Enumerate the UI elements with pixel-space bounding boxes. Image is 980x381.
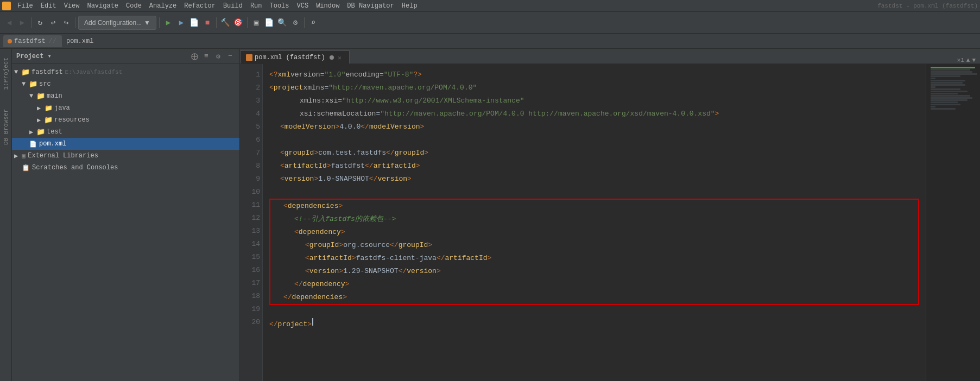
toolbar-separator-4: [216, 17, 217, 28]
menu-file[interactable]: File: [14, 1, 36, 11]
minimap-line-11: [931, 88, 960, 90]
menu-edit[interactable]: Edit: [37, 1, 60, 11]
editor-area: pom.xml (fastdfst) ✕ ✕1 ▲ ▼ 1 2 3 4 5 6: [240, 49, 980, 381]
minimap-line-15: [931, 97, 972, 99]
menu-build[interactable]: Build: [220, 1, 246, 11]
minimap-line-8: [931, 82, 963, 84]
menu-code[interactable]: Code: [123, 1, 145, 11]
add-configuration-button[interactable]: Add Configuration... ▼: [78, 16, 156, 30]
project-panel-close-icon[interactable]: −: [225, 52, 235, 61]
hammer-button[interactable]: 🔨: [219, 17, 231, 29]
menu-navigate[interactable]: Navigate: [84, 1, 122, 11]
code-line-13: <dependency>: [273, 226, 916, 239]
code-line-7: <groupId>com.test.fastdfs</groupId>: [269, 147, 919, 160]
tree-item-test[interactable]: ▶ 📁 test: [12, 126, 239, 138]
code-area[interactable]: <?xml version="1.0" encoding="UTF-8"?> <…: [263, 64, 926, 381]
code-line-16: <version>1.29-SNAPSHOT</version>: [273, 265, 916, 278]
line-col-indicator: ✕1: [957, 56, 964, 63]
project-panel-header: Project ▾ ⨁ ≡ ⚙ −: [12, 49, 239, 64]
project-tab-pom[interactable]: pom.xml: [62, 35, 98, 47]
editor-tab-pom-xml[interactable]: pom.xml (fastdfst) ✕: [240, 50, 350, 63]
down-arrow[interactable]: ▼: [972, 57, 976, 63]
tree-item-resources[interactable]: ▶ 📁 resources: [12, 114, 239, 126]
forward-button[interactable]: ▶: [16, 17, 28, 29]
tree-item-java[interactable]: ▶ 📁 java: [12, 102, 239, 114]
undo-button[interactable]: ↩: [47, 17, 59, 29]
minimap-line-12: [931, 91, 968, 92]
tree-item-src[interactable]: ▼ 📁 src: [12, 78, 239, 90]
toolbar-separator-6: [304, 17, 305, 28]
menu-refactor[interactable]: Refactor: [181, 1, 219, 11]
menu-view[interactable]: View: [61, 1, 83, 11]
menu-tools[interactable]: Tools: [267, 1, 293, 11]
code-line-10: [269, 186, 919, 199]
stop-button[interactable]: ■: [201, 17, 213, 29]
run-button[interactable]: ▶: [162, 17, 174, 29]
tree-arrow-ext-libs: ▶: [14, 152, 22, 160]
strip-project-label[interactable]: 1:Project: [1, 53, 11, 94]
menu-db-navigator[interactable]: DB Navigator: [344, 1, 397, 11]
minimap-line-10: [931, 86, 935, 88]
target-button[interactable]: 🎯: [232, 17, 244, 29]
minimap-line-3: [931, 71, 972, 73]
menu-vcs[interactable]: VCS: [294, 1, 312, 11]
minimap-line-6: [931, 78, 935, 79]
project-panel-collapse-icon[interactable]: ≡: [201, 52, 211, 61]
menu-window[interactable]: Window: [313, 1, 343, 11]
folder-fastdfst-icon: 📁: [22, 68, 29, 76]
project-panel-settings-icon[interactable]: ⚙: [213, 52, 223, 61]
tree-item-external-libraries[interactable]: ▶ ▣ External Libraries: [12, 150, 239, 162]
menu-help[interactable]: Help: [399, 1, 421, 11]
translate-button[interactable]: ⌕: [307, 17, 319, 29]
code-line-17: </dependency>: [273, 278, 916, 291]
line-numbers: 1 2 3 4 5 6 7 8 9 10 11 12 13 14 15 16 1…: [240, 64, 263, 381]
code-line-3: xmlns:xsi="http://www.w3.org/2001/XMLSch…: [269, 94, 919, 107]
tree-label-scratches: Scratches and Consoles: [32, 164, 118, 172]
folder-resources-icon: 📁: [45, 116, 52, 124]
strip-db-browser-label[interactable]: DB Browser: [1, 105, 11, 149]
debug-button[interactable]: ▶: [175, 17, 187, 29]
tree-item-scratches[interactable]: 📋 Scratches and Consoles: [12, 162, 239, 174]
terminal-button[interactable]: ▣: [250, 17, 262, 29]
folder-test-icon: 📁: [37, 128, 45, 136]
db-button[interactable]: 📄: [263, 17, 275, 29]
up-arrow[interactable]: ▲: [966, 57, 970, 63]
tab-modified-indicator: [8, 39, 12, 43]
project-tab-fastdfst[interactable]: fastdfst //: [3, 35, 62, 47]
project-panel-title: Project ▾: [16, 52, 187, 60]
tab-close-button[interactable]: ✕: [336, 54, 344, 61]
project-panel-target-icon[interactable]: ⨁: [189, 52, 199, 61]
back-button[interactable]: ◀: [3, 17, 15, 29]
code-line-8: <artifactId>fastdfst</artifactId>: [269, 160, 919, 173]
redo-button[interactable]: ↪: [60, 17, 72, 29]
menu-bar: File Edit View Navigate Code Analyze Ref…: [0, 0, 980, 12]
minimap-line-5: [931, 75, 960, 77]
code-line-20: </project>: [269, 318, 919, 331]
project-tab-bar: fastdfst // pom.xml: [0, 34, 980, 49]
editor-content: 1 2 3 4 5 6 7 8 9 10 11 12 13 14 15 16 1…: [240, 64, 980, 381]
folder-main-icon: 📁: [37, 92, 45, 100]
scratches-icon: 📋: [22, 164, 30, 172]
red-border-block: <dependencies> <!--引入fastdfs的依赖包--> <dep…: [269, 199, 919, 305]
sync-button[interactable]: ↻: [34, 17, 46, 29]
code-line-18: </dependencies>: [273, 291, 916, 304]
tree-item-main[interactable]: ▼ 📁 main: [12, 90, 239, 102]
tree-label-java: java: [54, 104, 70, 112]
search-everywhere-button[interactable]: 🔍: [276, 17, 288, 29]
tab-xml-icon: [246, 54, 252, 61]
menu-analyze[interactable]: Analyze: [146, 1, 180, 11]
toolbar-separator-2: [75, 17, 75, 28]
tree-label-test: test: [47, 128, 62, 136]
tab-modified-dot: [330, 55, 334, 60]
settings-button[interactable]: ⚙: [289, 17, 301, 29]
tree-item-fastdfst[interactable]: ▼ 📁 fastdfst E:\Java\fastdfst: [12, 66, 239, 78]
run-with-coverage-button[interactable]: 📄: [188, 17, 200, 29]
tree-item-pom-xml[interactable]: 📄 pom.xml: [12, 138, 239, 150]
code-line-2: <project xmlns="http://maven.apache.org/…: [269, 81, 919, 94]
project-tab-fastdfst-label: fastdfst: [14, 37, 46, 45]
minimap-line-7: [931, 80, 965, 81]
minimap-line-20: [931, 108, 956, 110]
menu-run[interactable]: Run: [247, 1, 265, 11]
minimap-line-16: [931, 99, 968, 101]
tree-arrow-java: ▶: [37, 104, 45, 112]
